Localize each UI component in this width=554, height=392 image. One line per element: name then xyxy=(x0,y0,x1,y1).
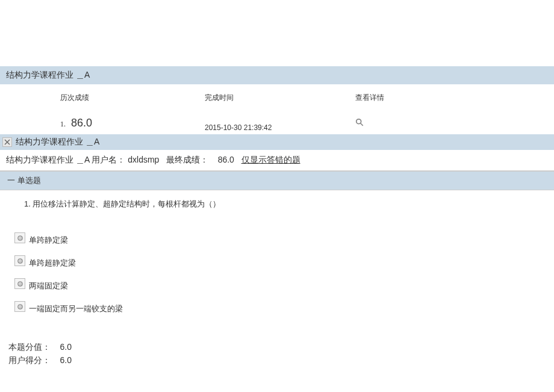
svg-line-1 xyxy=(361,123,363,125)
info-final-value: 86.0 xyxy=(218,155,234,164)
question-text: 1. 用位移法计算静定、超静定结构时，每根杆都视为（） xyxy=(0,190,554,216)
radio-icon[interactable] xyxy=(14,232,25,243)
user-score-label: 用户得分： xyxy=(8,355,51,365)
row-time: 2015-10-30 21:39:42 xyxy=(205,114,355,132)
user-score-value: 6.0 xyxy=(60,355,72,365)
option-row: 两端固定梁 xyxy=(14,278,554,289)
row-index: 1. xyxy=(60,120,66,128)
info-user-label: 用户名： xyxy=(92,155,125,164)
detail-header: 结构力学课程作业 ＿A xyxy=(0,134,554,150)
option-label: 单跨超静定梁 xyxy=(29,258,76,269)
close-icon[interactable] xyxy=(2,137,12,147)
col-history-score: 历次成绩 xyxy=(0,93,205,103)
question-score-value: 6.0 xyxy=(60,342,72,352)
option-row: 单跨静定梁 xyxy=(14,232,554,243)
option-label: 一端固定而另一端铰支的梁 xyxy=(29,303,123,314)
history-header-row: 历次成绩 完成时间 查看详情 xyxy=(0,84,554,108)
radio-icon[interactable] xyxy=(14,255,25,266)
assignment-title: 结构力学课程作业 ＿A xyxy=(6,70,90,79)
score-footer: 本题分值： 6.0 用户得分： 6.0 xyxy=(0,324,554,375)
detail-title: 结构力学课程作业 ＿A xyxy=(16,137,99,148)
col-view-detail: 查看详情 xyxy=(355,93,488,103)
info-final-label: 最终成绩： xyxy=(166,155,208,164)
option-row: 一端固定而另一端铰支的梁 xyxy=(14,301,554,312)
col-finish-time: 完成时间 xyxy=(205,93,355,103)
assignment-header: 结构力学课程作业 ＿A xyxy=(0,66,554,84)
option-row: 单跨超静定梁 xyxy=(14,255,554,266)
info-assignment: 结构力学课程作业 ＿A xyxy=(6,155,89,164)
info-user-value: dxldsmp xyxy=(128,155,159,164)
row-score: 86.0 xyxy=(71,117,92,129)
radio-icon[interactable] xyxy=(14,278,25,289)
radio-icon[interactable] xyxy=(14,301,25,312)
filter-wrong-link[interactable]: 仅显示答错的题 xyxy=(241,155,300,164)
option-label: 单跨静定梁 xyxy=(29,235,68,246)
options-container: 单跨静定梁 单跨超静定梁 两端固定梁 一端固定而另一端铰支的梁 xyxy=(0,216,554,312)
history-data-row: 1. 86.0 2015-10-30 21:39:42 xyxy=(0,108,554,134)
option-label: 两端固定梁 xyxy=(29,281,68,291)
magnifier-icon[interactable] xyxy=(355,118,364,126)
info-line: 结构力学课程作业 ＿A 用户名： dxldsmp 最终成绩： 86.0 仅显示答… xyxy=(0,150,554,171)
question-score-label: 本题分值： xyxy=(8,342,51,352)
section-title: 一 单选题 xyxy=(0,171,554,190)
